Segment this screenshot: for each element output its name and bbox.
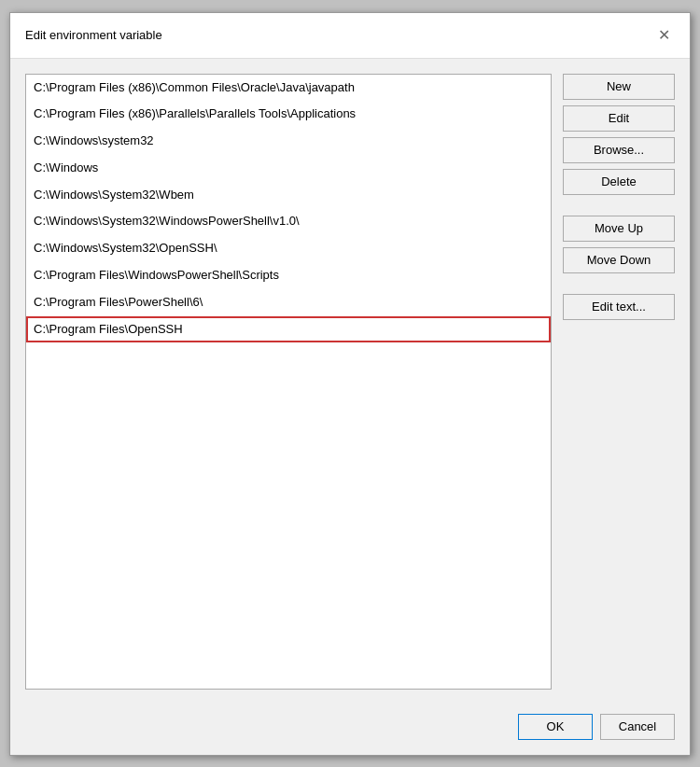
cancel-button[interactable]: Cancel [600,714,675,740]
ok-button[interactable]: OK [518,714,593,740]
edit-button[interactable]: Edit [563,105,675,132]
list-item[interactable]: C:\Windows\System32\OpenSSH\ [26,235,551,262]
close-button[interactable]: ✕ [652,24,675,47]
title-bar: Edit environment variable ✕ [10,13,690,59]
browse-button[interactable]: Browse... [563,137,675,163]
spacer1 [563,201,675,210]
delete-button[interactable]: Delete [563,169,675,195]
list-item[interactable]: C:\Program Files\PowerShell\6\ [26,289,551,316]
edit-env-variable-dialog: Edit environment variable ✕ C:\Program F… [9,12,691,756]
buttons-panel: New Edit Browse... Delete Move Up Move D… [563,74,675,690]
list-item[interactable]: C:\Program Files\WindowsPowerShell\Scrip… [26,262,551,289]
list-item[interactable]: C:\Program Files (x86)\Parallels\Paralle… [26,101,551,128]
spacer2 [563,279,675,288]
list-item[interactable]: C:\Program Files (x86)\Common Files\Orac… [26,75,551,102]
move-down-button[interactable]: Move Down [563,247,675,273]
new-button[interactable]: New [563,74,675,100]
edit-text-button[interactable]: Edit text... [563,294,675,320]
dialog-footer: OK Cancel [10,704,690,755]
dialog-title: Edit environment variable [25,28,162,42]
list-item[interactable]: C:\Windows\System32\Wbem [26,182,551,209]
move-up-button[interactable]: Move Up [563,216,675,242]
dialog-body: C:\Program Files (x86)\Common Files\Orac… [10,59,690,704]
list-item[interactable]: C:\Windows\System32\WindowsPowerShell\v1… [26,208,551,235]
list-item[interactable]: C:\Windows [26,155,551,182]
env-variable-list[interactable]: C:\Program Files (x86)\Common Files\Orac… [25,74,552,690]
list-item[interactable]: C:\Windows\system32 [26,128,551,155]
list-item[interactable]: C:\Program Files\OpenSSH [26,316,551,343]
